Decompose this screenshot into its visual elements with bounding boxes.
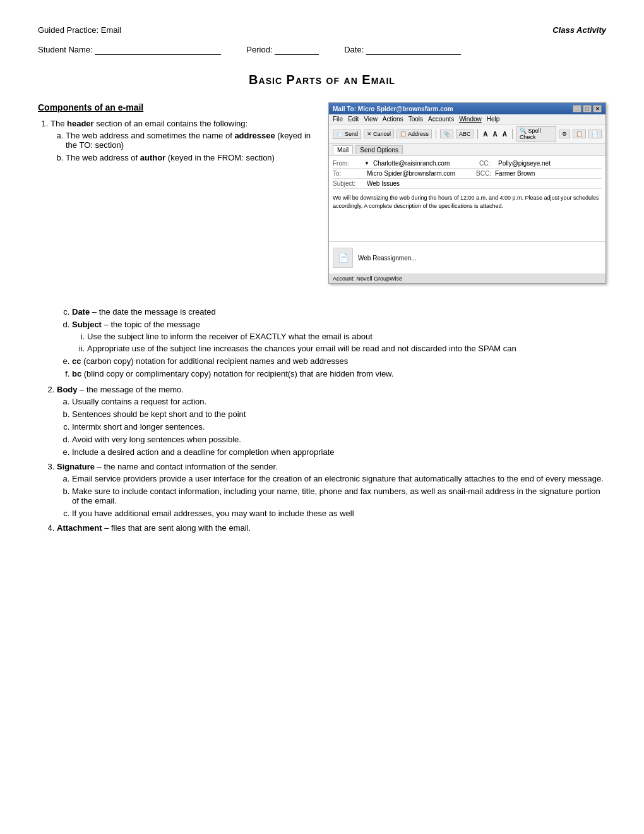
bcc-value: Farmer Brown [495,170,602,177]
period-input[interactable] [275,45,319,55]
email-title-bar: Mail To: Micro Spider@brownsfarm.com _ □… [329,103,605,114]
email-fields: From: ▼ Charlotte@raisinranch.com CC: Po… [329,156,605,191]
attachment-bold: Attachment [57,523,102,533]
student-name-field[interactable]: Student Name: [38,45,221,55]
date-field[interactable]: Date: [344,45,461,55]
status-text: Account: Novell GroupWise [333,275,402,282]
date-label: Date: [344,45,364,54]
student-info-row: Student Name: Period: Date: [38,45,606,55]
main-list-2: Body – the message of the memo. Usually … [38,385,606,533]
page-header: Guided Practice: Email Class Activity [38,25,606,35]
separator-1 [436,129,436,139]
header-right-label: Class Activity [552,25,606,35]
spell-check-button[interactable]: 🔍 Spell Check [516,126,556,142]
menu-tools[interactable]: Tools [408,116,423,123]
tab-send-options[interactable]: Send Options [355,145,403,154]
header-left-label: Guided Practice: Email [38,25,121,35]
period-field[interactable]: Period: [246,45,319,55]
email-screenshot: Mail To: Micro Spider@brownsfarm.com _ □… [328,102,606,284]
to-row: To: Micro Spider@brownsfarm.com BCC: Far… [333,169,602,179]
menu-help[interactable]: Help [487,116,500,123]
alpha-list-2: Usually contains a request for action. S… [57,397,606,457]
list-item-1e: cc (carbon copy) notation for additional… [72,356,606,366]
list-item-3: Signature – the name and contact informa… [57,462,606,518]
menu-view[interactable]: View [364,116,378,123]
full-content: Date – the date the message is created S… [38,295,606,533]
font-a2: A [492,131,499,138]
email-menubar: File Edit View Actions Tools Accounts Wi… [329,114,605,124]
from-label: From: [333,160,364,167]
list-item-1f: bc (blind copy or complimentary copy) no… [72,369,606,378]
menu-file[interactable]: File [333,116,343,123]
menu-accounts[interactable]: Accounts [428,116,454,123]
tab-mail[interactable]: Mail [333,145,353,154]
minimize-btn[interactable]: _ [573,105,581,112]
list-item-2e: Include a desired action and a deadline … [72,447,606,457]
subject-row: Subject: Web Issues [333,179,602,189]
body-bold: Body [57,385,78,394]
list-item-1c: Date – the date the message is created [72,307,606,317]
list-item-1a: The web address and sometimes the name o… [66,131,316,150]
roman-item-ii: Appropriate use of the subject line incr… [87,344,606,353]
signature-bold: Signature [57,462,95,471]
student-name-label: Student Name: [38,45,93,54]
address-button[interactable]: 📋 Address [397,130,432,138]
from-row: From: ▼ Charlotte@raisinranch.com CC: Po… [333,159,602,169]
list-item-1d: Subject – the topic of the message Use t… [72,320,606,353]
menu-edit[interactable]: Edit [348,116,359,123]
components-heading: Components of an e-mail [38,102,316,112]
list-item-2: Body – the message of the memo. Usually … [57,385,606,457]
email-status-bar: Account: Novell GroupWise [329,274,605,283]
list-item-2b: Sentences should be kept short and to th… [72,409,606,419]
student-name-input[interactable] [95,45,221,55]
maximize-btn[interactable]: □ [583,105,592,112]
author-bold: author [140,153,165,162]
list-item-3b: Make sure to include contact information… [72,486,606,505]
attachment-label: Web Reassignmen... [358,255,417,262]
attachment-icon: 📄 [333,248,353,268]
subject-label: Subject: [333,180,364,187]
attach-button[interactable]: 📎 [440,130,453,138]
cc-bold: cc [72,356,81,366]
title-bar-buttons: _ □ ✕ [573,105,602,112]
email-toolbar: 📨 Send ✕ Cancel 📋 Address 📎 ABC A A [329,124,605,144]
content-area: Components of an e-mail The header secti… [38,102,606,284]
cancel-button[interactable]: ✕ Cancel [364,130,394,138]
email-body[interactable]: We will be downsizing the web during the… [329,191,605,242]
spell-button[interactable]: ABC [456,130,474,138]
menu-window[interactable]: Window [459,116,482,123]
extra-btn2[interactable]: 📄 [588,130,602,138]
options-btn[interactable]: ⚙ [559,130,570,138]
list-item-2c: Intermix short and longer sentences. [72,422,606,432]
email-window-title: Mail To: Micro Spider@brownsfarm.com [333,106,453,112]
cancel-icon: ✕ [367,131,372,137]
list-item-4: Attachment – files that are sent along w… [57,523,606,533]
email-tabs: Mail Send Options [329,144,605,156]
list-item-2d: Avoid with very long sentences when poss… [72,435,606,444]
attach-icon: 📎 [443,131,450,137]
date-input[interactable] [366,45,461,55]
left-content: Components of an e-mail The header secti… [38,102,316,167]
list-item-1-cont: Date – the date the message is created S… [57,295,606,378]
menu-actions[interactable]: Actions [383,116,403,123]
from-dropdown[interactable]: ▼ [364,160,369,166]
list-item-3c: If you have additional email addresses, … [72,509,606,518]
addressee-bold: addressee [234,131,275,140]
subject-bold: Subject [72,320,102,329]
list-item-1b: The web address of author (keyed in the … [66,153,316,162]
date-bold: Date [72,307,90,317]
to-value: Micro Spider@brownsfarm.com [364,170,476,177]
to-label: To: [333,170,364,177]
font-a1: A [482,131,489,138]
close-btn[interactable]: ✕ [593,105,602,112]
alpha-list-1-cont: Date – the date the message is created S… [57,307,606,378]
cc-label: CC: [479,160,498,167]
send-button[interactable]: 📨 Send [333,130,361,139]
extra-btn1[interactable]: 📋 [573,130,586,138]
continuation-list: Date – the date the message is created S… [38,295,606,378]
email-window: Mail To: Micro Spider@brownsfarm.com _ □… [328,102,606,284]
cc-value: Polly@pigseye.net [498,160,602,167]
address-icon: 📋 [400,131,407,137]
list-item-1: The header section of an email contains … [51,119,316,162]
page-title: Basic Parts of an Email [38,73,606,87]
